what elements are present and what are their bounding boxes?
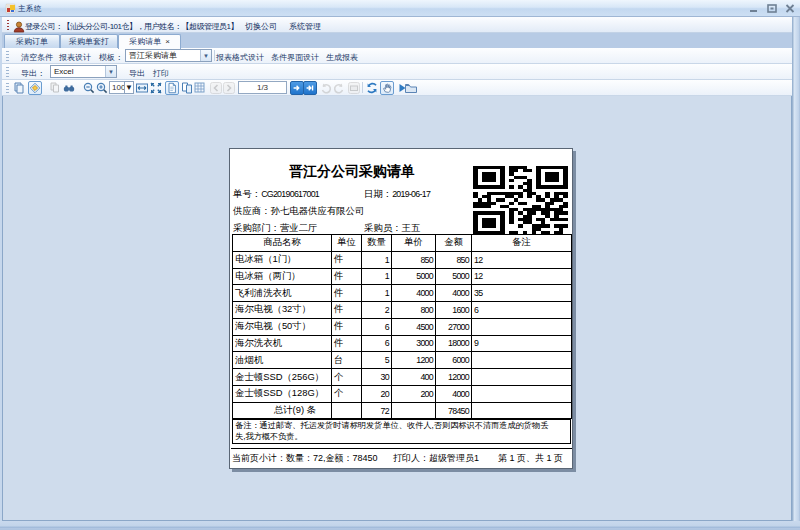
find-button[interactable] xyxy=(62,81,76,95)
tab-purchase-batch-print[interactable]: 采购单套打 xyxy=(60,34,118,48)
table-cell: 金士顿SSD（128G） xyxy=(233,385,332,402)
menu-system-manage[interactable]: 系统管理 xyxy=(289,21,321,32)
prev-page-icon xyxy=(209,81,223,95)
save-button[interactable] xyxy=(28,81,42,95)
go-last-button[interactable] xyxy=(303,81,317,95)
export-pages-button[interactable] xyxy=(12,81,26,95)
export-toolbar: 导出： Excel 导出 打印 xyxy=(2,64,792,80)
tab-purchase-request[interactable]: 采购请单× xyxy=(118,34,181,49)
date-field: 日期：2019-06-17 xyxy=(364,188,430,201)
table-cell: 件 xyxy=(332,251,362,268)
column-header: 备注 xyxy=(472,235,572,252)
bill-no-label: 单号： xyxy=(233,188,261,199)
supplier-field: 供应商：孙七电器供应有限公司 xyxy=(233,205,364,218)
table-cell: 4500 xyxy=(392,318,436,335)
copy-button[interactable] xyxy=(48,81,62,95)
table-cell: 5 xyxy=(362,352,392,369)
multi-page-button[interactable] xyxy=(180,81,194,95)
column-header: 数量 xyxy=(362,235,392,252)
footer-divider xyxy=(231,448,572,449)
fit-page-button[interactable] xyxy=(149,81,163,95)
copy-icon xyxy=(48,81,62,95)
table-cell xyxy=(332,402,362,419)
page-number-box[interactable]: 1/3 xyxy=(238,81,287,94)
find-icon xyxy=(62,81,76,95)
window-frame-left xyxy=(0,17,2,521)
table-cell: 6000 xyxy=(436,352,472,369)
archive-button[interactable] xyxy=(404,81,418,95)
table-cell: 12 xyxy=(472,251,572,268)
prev-page-button[interactable] xyxy=(209,81,223,95)
zoom-out-button[interactable] xyxy=(82,81,96,95)
chevron-down-icon[interactable] xyxy=(200,50,211,61)
refresh-button[interactable] xyxy=(365,81,379,95)
hand-tool-icon xyxy=(381,81,393,95)
table-cell: 6 xyxy=(362,318,392,335)
report-preview-area[interactable]: 晋江分公司采购请单 单号：CG20190617001 日期：2019-06-17… xyxy=(2,96,792,521)
column-header: 商品名称 xyxy=(233,235,332,252)
app-icon xyxy=(6,4,15,13)
total-amount-cell: 78450 xyxy=(436,402,472,419)
page-view-button[interactable] xyxy=(165,81,179,95)
table-cell: 200 xyxy=(392,385,436,402)
zoom-chevron-down-icon[interactable] xyxy=(124,81,134,94)
generate-report-button[interactable]: 生成报表 xyxy=(326,52,358,63)
export-pages-icon xyxy=(12,81,26,95)
printer-name: 打印人：超级管理员1 xyxy=(393,452,479,465)
go-forward-button[interactable] xyxy=(290,81,304,95)
hand-tool-button[interactable] xyxy=(380,81,394,95)
window-frame-right xyxy=(792,17,800,521)
column-header: 金额 xyxy=(436,235,472,252)
undo-button[interactable] xyxy=(319,81,333,95)
table-cell: 1200 xyxy=(392,352,436,369)
table-cell xyxy=(472,402,572,419)
table-cell: 850 xyxy=(436,251,472,268)
print-button[interactable]: 打印 xyxy=(153,68,169,79)
template-combobox[interactable]: 晋江采购请单 xyxy=(125,49,212,62)
fit-page-icon xyxy=(149,81,163,95)
items-table: 商品名称单位数量单价金额备注电冰箱（1门）件185085012电冰箱（两门）件1… xyxy=(232,234,572,419)
mail-button[interactable] xyxy=(347,81,361,95)
column-header: 单位 xyxy=(332,235,362,252)
next-page-icon xyxy=(222,81,236,95)
table-cell xyxy=(472,352,572,369)
clear-condition-button[interactable]: 清空条件 xyxy=(21,52,53,63)
next-page-button[interactable] xyxy=(222,81,236,95)
export-format-combobox[interactable]: Excel xyxy=(50,65,117,78)
minimize-glyph xyxy=(749,4,759,13)
watermark-button[interactable] xyxy=(193,81,207,95)
remark-box: 备注：通过邮寄、托运发货时请标明发货单位、收件人,否则因标识不清而造成的货物丢失… xyxy=(232,419,571,444)
minimize-icon[interactable] xyxy=(749,4,759,13)
redo-button[interactable] xyxy=(332,81,346,95)
page-view-icon xyxy=(166,81,178,95)
dept-value: 营业二厅 xyxy=(280,222,318,233)
toolbar-grip-icon xyxy=(6,67,9,77)
condition-design-button[interactable]: 条件界面设计 xyxy=(271,52,319,63)
page-number: 第 1 页、共 1 页 xyxy=(498,452,563,465)
menu-switch-company[interactable]: 切换公司 xyxy=(245,21,277,32)
report-design-button[interactable]: 报表设计 xyxy=(59,52,91,63)
export-button[interactable]: 导出 xyxy=(129,68,145,79)
zoom-combobox[interactable]: 100% xyxy=(109,81,125,94)
format-design-button[interactable]: 报表格式设计 xyxy=(216,52,264,63)
archive-icon xyxy=(404,81,418,95)
redo-icon xyxy=(332,81,346,95)
table-cell xyxy=(472,369,572,386)
close-icon[interactable] xyxy=(785,4,795,13)
table-cell: 件 xyxy=(332,285,362,302)
zoom-out-icon xyxy=(82,81,96,95)
chevron-down-icon[interactable] xyxy=(105,66,116,77)
table-cell: 6 xyxy=(362,335,392,352)
table-cell: 12 xyxy=(472,268,572,285)
table-cell: 海尔电视（32寸） xyxy=(233,302,332,319)
table-cell: 件 xyxy=(332,318,362,335)
fit-width-button[interactable] xyxy=(135,81,149,95)
table-row: 电冰箱（1门）件185085012 xyxy=(233,251,572,268)
table-cell: 1 xyxy=(362,268,392,285)
toolbar-grip-icon xyxy=(7,20,10,30)
tab-close-icon[interactable]: × xyxy=(165,35,170,48)
maximize-icon[interactable] xyxy=(767,4,777,13)
table-row: 海尔洗衣机件63000180009 xyxy=(233,335,572,352)
zoom-in-button[interactable] xyxy=(95,81,109,95)
tab-purchase-order[interactable]: 采购订单 xyxy=(4,34,60,48)
